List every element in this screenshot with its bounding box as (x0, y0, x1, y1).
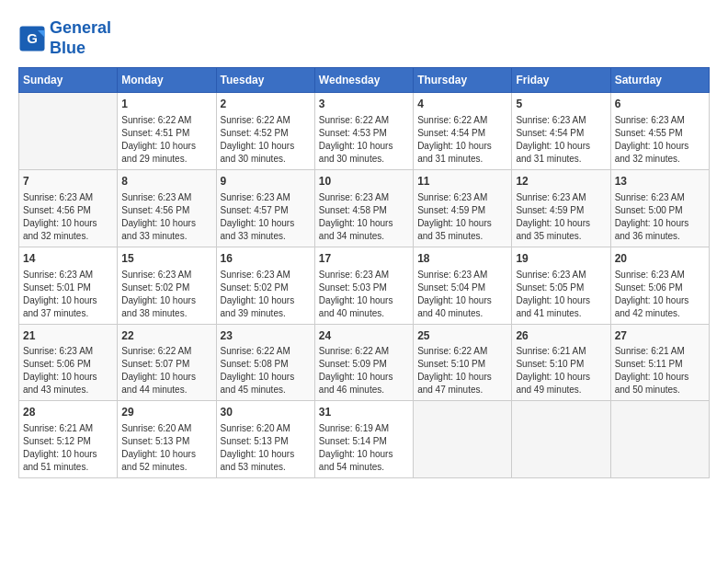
day-info: Sunrise: 6:23 AM Sunset: 5:05 PM Dayligh… (516, 269, 606, 320)
day-number: 17 (319, 251, 409, 267)
day-info: Sunrise: 6:22 AM Sunset: 5:09 PM Dayligh… (319, 345, 409, 396)
column-header-sunday: Sunday (19, 68, 118, 93)
logo-icon: G (18, 25, 46, 52)
calendar-cell: 16Sunrise: 6:23 AM Sunset: 5:02 PM Dayli… (216, 247, 314, 324)
day-info: Sunrise: 6:21 AM Sunset: 5:12 PM Dayligh… (23, 422, 113, 474)
calendar-cell: 31Sunrise: 6:19 AM Sunset: 5:14 PM Dayli… (314, 401, 413, 478)
day-info: Sunrise: 6:23 AM Sunset: 4:55 PM Dayligh… (615, 114, 705, 166)
day-number: 6 (615, 97, 705, 112)
day-number: 7 (23, 174, 113, 190)
calendar-cell: 14Sunrise: 6:23 AM Sunset: 5:01 PM Dayli… (19, 247, 118, 324)
day-number: 31 (319, 405, 409, 420)
calendar-cell: 6Sunrise: 6:23 AM Sunset: 4:55 PM Daylig… (610, 93, 709, 170)
column-header-saturday: Saturday (610, 68, 709, 93)
day-info: Sunrise: 6:23 AM Sunset: 4:56 PM Dayligh… (23, 191, 113, 243)
calendar-cell: 8Sunrise: 6:23 AM Sunset: 4:56 PM Daylig… (118, 169, 216, 247)
day-info: Sunrise: 6:23 AM Sunset: 4:54 PM Dayligh… (516, 114, 606, 166)
day-number: 24 (319, 328, 409, 344)
day-info: Sunrise: 6:23 AM Sunset: 5:01 PM Dayligh… (23, 269, 113, 320)
calendar-cell: 21Sunrise: 6:23 AM Sunset: 5:06 PM Dayli… (19, 324, 118, 401)
day-number: 26 (516, 328, 606, 344)
column-header-wednesday: Wednesday (314, 68, 413, 93)
day-number: 5 (516, 97, 606, 112)
calendar-cell: 10Sunrise: 6:23 AM Sunset: 4:58 PM Dayli… (314, 169, 413, 247)
day-number: 23 (221, 328, 311, 344)
day-info: Sunrise: 6:22 AM Sunset: 5:10 PM Dayligh… (417, 345, 507, 396)
calendar-week-row: 14Sunrise: 6:23 AM Sunset: 5:01 PM Dayli… (19, 247, 710, 324)
calendar-cell (414, 401, 512, 478)
calendar-cell: 26Sunrise: 6:21 AM Sunset: 5:10 PM Dayli… (512, 324, 610, 401)
calendar-cell: 27Sunrise: 6:21 AM Sunset: 5:11 PM Dayli… (610, 324, 709, 401)
calendar-week-row: 28Sunrise: 6:21 AM Sunset: 5:12 PM Dayli… (19, 401, 710, 478)
day-number: 13 (615, 174, 705, 190)
day-number: 9 (221, 174, 311, 190)
day-info: Sunrise: 6:23 AM Sunset: 5:02 PM Dayligh… (221, 269, 311, 320)
page-header: G General Blue (18, 18, 710, 58)
day-info: Sunrise: 6:22 AM Sunset: 4:54 PM Dayligh… (417, 114, 507, 166)
day-info: Sunrise: 6:21 AM Sunset: 5:10 PM Dayligh… (516, 345, 606, 396)
calendar-cell (19, 93, 118, 170)
day-number: 10 (319, 174, 409, 190)
day-number: 1 (121, 97, 211, 112)
calendar-cell: 2Sunrise: 6:22 AM Sunset: 4:52 PM Daylig… (216, 93, 314, 170)
day-number: 22 (121, 328, 211, 344)
day-number: 4 (417, 97, 507, 112)
day-info: Sunrise: 6:21 AM Sunset: 5:11 PM Dayligh… (615, 345, 705, 396)
svg-text:G: G (27, 29, 38, 45)
day-info: Sunrise: 6:22 AM Sunset: 4:53 PM Dayligh… (319, 114, 409, 166)
day-info: Sunrise: 6:23 AM Sunset: 4:56 PM Dayligh… (121, 191, 211, 243)
day-number: 16 (221, 251, 311, 267)
day-number: 19 (516, 251, 606, 267)
calendar-week-row: 1Sunrise: 6:22 AM Sunset: 4:51 PM Daylig… (19, 93, 710, 170)
calendar-table: SundayMondayTuesdayWednesdayThursdayFrid… (18, 67, 710, 478)
logo: G General Blue (18, 18, 111, 58)
day-number: 20 (615, 251, 705, 267)
calendar-cell: 30Sunrise: 6:20 AM Sunset: 5:13 PM Dayli… (216, 401, 314, 478)
day-number: 18 (417, 251, 507, 267)
day-number: 11 (417, 174, 507, 190)
day-number: 3 (319, 97, 409, 112)
day-number: 2 (221, 97, 311, 112)
day-info: Sunrise: 6:20 AM Sunset: 5:13 PM Dayligh… (121, 422, 211, 474)
day-info: Sunrise: 6:23 AM Sunset: 4:59 PM Dayligh… (516, 191, 606, 243)
column-header-thursday: Thursday (414, 68, 512, 93)
calendar-cell: 24Sunrise: 6:22 AM Sunset: 5:09 PM Dayli… (314, 324, 413, 401)
calendar-cell: 15Sunrise: 6:23 AM Sunset: 5:02 PM Dayli… (118, 247, 216, 324)
day-info: Sunrise: 6:23 AM Sunset: 5:04 PM Dayligh… (417, 269, 507, 320)
day-info: Sunrise: 6:23 AM Sunset: 4:58 PM Dayligh… (319, 191, 409, 243)
day-info: Sunrise: 6:20 AM Sunset: 5:13 PM Dayligh… (221, 422, 311, 474)
day-info: Sunrise: 6:22 AM Sunset: 5:08 PM Dayligh… (221, 345, 311, 396)
calendar-cell: 22Sunrise: 6:22 AM Sunset: 5:07 PM Dayli… (118, 324, 216, 401)
day-info: Sunrise: 6:23 AM Sunset: 5:03 PM Dayligh… (319, 269, 409, 320)
calendar-cell: 13Sunrise: 6:23 AM Sunset: 5:00 PM Dayli… (610, 169, 709, 247)
day-info: Sunrise: 6:23 AM Sunset: 5:00 PM Dayligh… (615, 191, 705, 243)
calendar-cell: 5Sunrise: 6:23 AM Sunset: 4:54 PM Daylig… (512, 93, 610, 170)
day-number: 14 (23, 251, 113, 267)
day-info: Sunrise: 6:23 AM Sunset: 4:59 PM Dayligh… (417, 191, 507, 243)
logo-text: General Blue (50, 18, 111, 58)
calendar-cell: 25Sunrise: 6:22 AM Sunset: 5:10 PM Dayli… (414, 324, 512, 401)
calendar-cell: 20Sunrise: 6:23 AM Sunset: 5:06 PM Dayli… (610, 247, 709, 324)
calendar-cell (512, 401, 610, 478)
day-number: 25 (417, 328, 507, 344)
calendar-cell: 28Sunrise: 6:21 AM Sunset: 5:12 PM Dayli… (19, 401, 118, 478)
day-number: 30 (221, 405, 311, 420)
day-number: 28 (23, 405, 113, 420)
calendar-cell: 29Sunrise: 6:20 AM Sunset: 5:13 PM Dayli… (118, 401, 216, 478)
calendar-cell: 23Sunrise: 6:22 AM Sunset: 5:08 PM Dayli… (216, 324, 314, 401)
calendar-cell (610, 401, 709, 478)
day-info: Sunrise: 6:23 AM Sunset: 5:06 PM Dayligh… (615, 269, 705, 320)
day-number: 8 (121, 174, 211, 190)
calendar-cell: 7Sunrise: 6:23 AM Sunset: 4:56 PM Daylig… (19, 169, 118, 247)
calendar-week-row: 21Sunrise: 6:23 AM Sunset: 5:06 PM Dayli… (19, 324, 710, 401)
calendar-cell: 11Sunrise: 6:23 AM Sunset: 4:59 PM Dayli… (414, 169, 512, 247)
calendar-header-row: SundayMondayTuesdayWednesdayThursdayFrid… (19, 68, 710, 93)
column-header-monday: Monday (118, 68, 216, 93)
calendar-cell: 1Sunrise: 6:22 AM Sunset: 4:51 PM Daylig… (118, 93, 216, 170)
calendar-cell: 17Sunrise: 6:23 AM Sunset: 5:03 PM Dayli… (314, 247, 413, 324)
calendar-cell: 18Sunrise: 6:23 AM Sunset: 5:04 PM Dayli… (414, 247, 512, 324)
day-number: 27 (615, 328, 705, 344)
column-header-friday: Friday (512, 68, 610, 93)
calendar-cell: 3Sunrise: 6:22 AM Sunset: 4:53 PM Daylig… (314, 93, 413, 170)
column-header-tuesday: Tuesday (216, 68, 314, 93)
